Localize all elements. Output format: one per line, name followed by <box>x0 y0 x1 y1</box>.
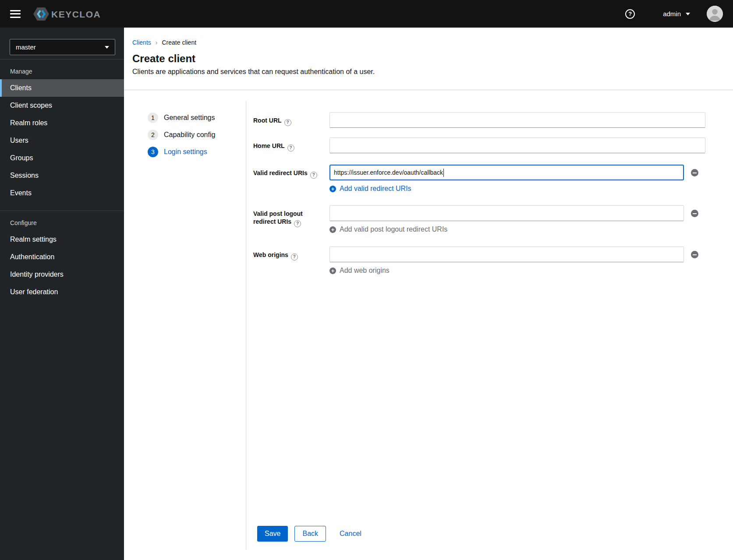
step-number: 3 <box>148 147 158 157</box>
help-icon[interactable]: ? <box>625 9 635 19</box>
step-number: 2 <box>148 130 158 140</box>
valid-redirect-uris-label: Valid redirect URIs? <box>253 165 322 179</box>
wizard-step-capability-config[interactable]: 2 Capability config <box>148 130 246 140</box>
remove-web-origin-button[interactable] <box>691 251 698 258</box>
wizard-action-bar: Save Back Cancel <box>246 526 733 560</box>
sidebar: master Manage Clients Client scopes Real… <box>0 28 124 560</box>
step-label: Capability config <box>164 131 215 139</box>
main-content: Clients › Create client Create client Cl… <box>124 28 733 560</box>
valid-redirect-uris-value: https://issuer.enforce.dev/oauth/callbac… <box>334 169 443 176</box>
svg-text:KEYCLOAK: KEYCLOAK <box>51 9 101 19</box>
realm-name: master <box>16 43 36 51</box>
root-url-help-icon[interactable]: ? <box>284 119 291 126</box>
home-url-input[interactable] <box>329 137 705 153</box>
nav-section-configure: Configure <box>0 211 124 231</box>
add-web-origins-button[interactable]: + Add web origins <box>329 267 390 275</box>
avatar[interactable] <box>707 6 723 22</box>
sidebar-item-identity-providers[interactable]: Identity providers <box>0 266 124 283</box>
sidebar-item-clients[interactable]: Clients <box>0 79 124 97</box>
masthead-toolbar: ? admin <box>625 6 723 22</box>
sidebar-item-realm-settings[interactable]: Realm settings <box>0 231 124 248</box>
masthead: KEYCLOAK ? admin <box>0 0 733 28</box>
realm-selector-dropdown[interactable]: master <box>10 39 115 55</box>
sidebar-item-events[interactable]: Events <box>0 184 124 202</box>
valid-redirect-uris-input[interactable]: https://issuer.enforce.dev/oauth/callbac… <box>329 165 684 180</box>
nav-section-manage: Manage <box>0 60 124 79</box>
sidebar-item-authentication[interactable]: Authentication <box>0 248 124 266</box>
sidebar-item-realm-roles[interactable]: Realm roles <box>0 114 124 132</box>
wizard-nav: 1 General settings 2 Capability config 3… <box>124 101 246 549</box>
post-logout-redirect-uris-label: Valid post logout redirect URIs? <box>253 205 322 227</box>
home-url-label: Home URL? <box>253 137 322 151</box>
web-origins-label: Web origins? <box>253 247 322 261</box>
root-url-label: Root URL? <box>253 112 322 126</box>
sidebar-item-client-scopes[interactable]: Client scopes <box>0 97 124 114</box>
text-cursor <box>443 169 444 177</box>
plus-circle-icon: + <box>329 268 336 274</box>
add-post-logout-redirect-uris-button[interactable]: + Add valid post logout redirect URIs <box>329 225 447 233</box>
realm-selector-block: master <box>0 28 124 60</box>
login-settings-form: Root URL? Home URL? <box>246 90 733 560</box>
keycloak-admin-console: KEYCLOAK ? admin master <box>0 0 733 560</box>
web-origins-row: Web origins? + Add web origins <box>246 247 733 275</box>
valid-redirect-uris-help-icon[interactable]: ? <box>310 172 317 179</box>
nav-toggle-hamburger-icon[interactable] <box>10 10 21 18</box>
sidebar-item-groups[interactable]: Groups <box>0 149 124 167</box>
breadcrumb-clients-link[interactable]: Clients <box>132 39 151 46</box>
post-logout-redirect-uris-input[interactable] <box>329 205 684 221</box>
sidebar-item-user-federation[interactable]: User federation <box>0 283 124 301</box>
root-url-input[interactable] <box>329 112 705 128</box>
home-url-row: Home URL? <box>246 137 733 153</box>
remove-valid-redirect-uri-button[interactable] <box>691 169 698 176</box>
breadcrumb-current: Create client <box>162 39 196 46</box>
remove-post-logout-redirect-uri-button[interactable] <box>691 210 698 217</box>
keycloak-logo-icon: KEYCLOAK <box>33 7 101 21</box>
user-menu-dropdown[interactable]: admin <box>663 10 690 18</box>
plus-circle-icon: + <box>329 226 336 233</box>
plus-circle-icon: + <box>329 186 336 192</box>
breadcrumb: Clients › Create client <box>132 39 722 46</box>
home-url-help-icon[interactable]: ? <box>287 144 294 151</box>
sidebar-item-users[interactable]: Users <box>0 132 124 149</box>
post-logout-redirect-uris-help-icon[interactable]: ? <box>294 220 301 227</box>
page-header: Clients › Create client Create client Cl… <box>124 28 733 90</box>
app-body: master Manage Clients Client scopes Real… <box>0 28 733 560</box>
step-label: General settings <box>164 114 215 122</box>
cancel-button[interactable]: Cancel <box>340 526 361 542</box>
step-number: 1 <box>148 113 158 123</box>
step-label: Login settings <box>164 148 207 156</box>
post-logout-redirect-uris-row: Valid post logout redirect URIs? + Add v… <box>246 205 733 233</box>
web-origins-input[interactable] <box>329 247 684 262</box>
back-button[interactable]: Back <box>294 526 326 542</box>
save-button[interactable]: Save <box>257 526 288 542</box>
sidebar-item-sessions[interactable]: Sessions <box>0 167 124 184</box>
valid-redirect-uris-row: Valid redirect URIs? https://issuer.enfo… <box>246 165 733 193</box>
page-title: Create client <box>132 53 722 65</box>
page-subtitle: Clients are applications and services th… <box>132 67 722 90</box>
chevron-down-icon <box>686 13 690 15</box>
breadcrumb-separator-icon: › <box>156 39 158 46</box>
username: admin <box>663 10 681 18</box>
wizard-step-login-settings[interactable]: 3 Login settings <box>148 147 246 157</box>
wizard-step-general-settings[interactable]: 1 General settings <box>148 113 246 123</box>
chevron-down-icon <box>105 46 109 49</box>
create-client-wizard: 1 General settings 2 Capability config 3… <box>124 90 733 560</box>
add-valid-redirect-uris-button[interactable]: + Add valid redirect URIs <box>329 185 411 193</box>
keycloak-logo: KEYCLOAK <box>33 7 101 21</box>
root-url-row: Root URL? <box>246 112 733 128</box>
web-origins-help-icon[interactable]: ? <box>291 254 298 261</box>
